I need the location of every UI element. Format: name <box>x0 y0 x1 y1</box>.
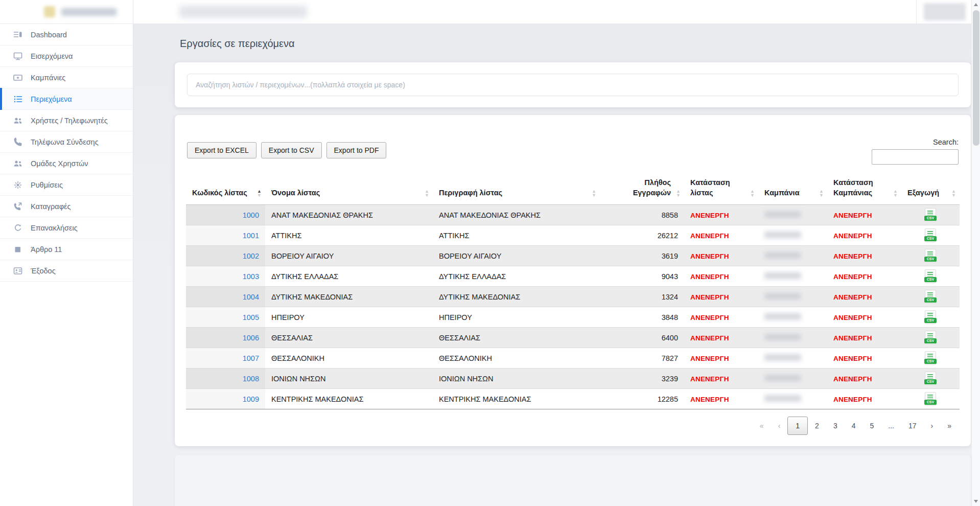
list-code-cell: 1000 <box>186 205 265 225</box>
list-name-cell: ΑΤΤΙΚΗΣ <box>265 225 433 246</box>
lists-table: Κωδικός λίστας▲▼Όνομα λίστας▲▼Περιγραφή … <box>186 174 960 409</box>
campaign-name-redacted <box>764 313 801 320</box>
campaign-status-cell: ΑΝΕΝΕΡΓΗ <box>827 246 901 266</box>
column-header-6[interactable]: Κατάσταση Καμπάνιας▲▼ <box>827 174 901 205</box>
export-cell: CSV <box>901 328 960 348</box>
csv-file-icon[interactable]: CSV <box>925 249 936 263</box>
scrollbar-up-arrow-icon[interactable] <box>974 3 978 6</box>
campaign-cell <box>758 246 827 266</box>
page-button-1[interactable]: 1 <box>787 417 808 435</box>
call-log-icon <box>13 201 23 212</box>
column-header-1[interactable]: Όνομα λίστας▲▼ <box>265 174 433 205</box>
sidebar-item-τηλέφωνα-σύνδεσης[interactable]: Τηλέφωνα Σύνδεσης <box>0 131 133 153</box>
brand-logo-text-redacted <box>61 8 116 16</box>
lists-filter-input[interactable] <box>187 74 959 96</box>
campaign-status-cell: ΑΝΕΝΕΡΓΗ <box>827 389 901 409</box>
sidebar-item-label: Άρθρο 11 <box>31 245 62 254</box>
phone-icon <box>13 137 23 147</box>
topbar <box>133 0 980 24</box>
filter-card <box>175 62 971 107</box>
campaign-status-cell: ΑΝΕΝΕΡΓΗ <box>827 328 901 348</box>
list-code-cell: 1006 <box>186 328 265 348</box>
sidebar-item-dashboard[interactable]: Dashboard <box>0 24 133 45</box>
sidebar-item-επανακλήσεις[interactable]: Επανακλήσεις <box>0 217 133 239</box>
csv-file-icon[interactable]: CSV <box>925 392 936 406</box>
sidebar-item-περιεχόμενα[interactable]: Περιεχόμενα <box>0 88 133 110</box>
user-badge-redacted[interactable] <box>924 3 966 20</box>
csv-file-icon[interactable]: CSV <box>925 290 936 304</box>
csv-file-icon[interactable]: CSV <box>925 208 936 222</box>
page-button-5[interactable]: 5 <box>862 417 881 434</box>
export-excel-button[interactable]: Export to EXCEL <box>187 142 256 158</box>
sidebar-item-ρυθμίσεις[interactable]: Ρυθμίσεις <box>0 174 133 196</box>
export-csv-button[interactable]: Export to CSV <box>261 142 322 158</box>
campaign-name-redacted <box>764 354 801 361</box>
page-button-4[interactable]: 4 <box>845 417 863 434</box>
sort-arrows-icon: ▲▼ <box>676 189 681 197</box>
campaign-cell <box>758 287 827 307</box>
square-icon <box>13 244 23 255</box>
list-code-link[interactable]: 1008 <box>243 375 259 383</box>
page-button-3[interactable]: 3 <box>826 417 845 434</box>
table-search-label: Search: <box>933 138 959 146</box>
csv-file-icon[interactable]: CSV <box>925 269 936 283</box>
column-header-0[interactable]: Κωδικός λίστας▲▼ <box>186 174 265 205</box>
campaign-name-redacted <box>764 252 801 259</box>
csv-file-icon[interactable]: CSV <box>925 310 936 324</box>
list-status-badge: ΑΝΕΝΕΡΓΗ <box>690 273 729 281</box>
page-button-...: ... <box>881 417 901 434</box>
brand-logo[interactable] <box>0 0 133 24</box>
sidebar-item-ομάδες-χρηστών[interactable]: Ομάδες Χρηστών <box>0 153 133 174</box>
csv-file-icon[interactable]: CSV <box>925 351 936 365</box>
list-code-cell: 1007 <box>186 348 265 369</box>
page-button-»[interactable]: » <box>940 417 959 434</box>
table-search-input[interactable] <box>872 149 959 165</box>
list-code-link[interactable]: 1005 <box>243 313 259 321</box>
list-code-link[interactable]: 1007 <box>243 354 259 362</box>
sidebar-item-label: Dashboard <box>31 31 67 39</box>
sidebar-item-label: Επανακλήσεις <box>31 224 78 232</box>
campaign-status-badge: ΑΝΕΝΕΡΓΗ <box>833 212 872 219</box>
column-header-5[interactable]: Καμπάνια▲▼ <box>758 174 827 205</box>
column-header-2[interactable]: Περιγραφή λίστας▲▼ <box>433 174 600 205</box>
list-code-link[interactable]: 1000 <box>243 211 259 219</box>
page-button-›[interactable]: › <box>924 417 941 434</box>
list-code-link[interactable]: 1004 <box>243 293 259 301</box>
column-header-4[interactable]: Κατάσταση λίστας▲▼ <box>684 174 758 205</box>
list-code-link[interactable]: 1006 <box>243 334 259 342</box>
column-header-7[interactable]: Εξαγωγή▲▼ <box>901 174 960 205</box>
export-pdf-button[interactable]: Export to PDF <box>326 142 387 158</box>
column-header-label: Πλήθος Εγγραφών <box>633 178 671 197</box>
list-code-cell: 1008 <box>186 369 265 389</box>
sidebar-item-έξοδος[interactable]: Έξοδος <box>0 260 133 282</box>
sidebar-item-άρθρο-11[interactable]: Άρθρο 11 <box>0 239 133 260</box>
scrollbar-thumb[interactable] <box>973 10 979 146</box>
page-button-2[interactable]: 2 <box>808 417 826 434</box>
list-code-link[interactable]: 1001 <box>243 232 259 240</box>
list-description-cell: ΗΠΕΙΡΟΥ <box>433 307 600 328</box>
list-code-link[interactable]: 1003 <box>243 272 259 281</box>
sidebar-item-καταγραφές[interactable]: Καταγραφές <box>0 196 133 217</box>
list-code-link[interactable]: 1002 <box>243 252 259 260</box>
list-code-link[interactable]: 1009 <box>243 395 259 403</box>
csv-file-icon[interactable]: CSV <box>925 331 936 344</box>
campaign-status-cell: ΑΝΕΝΕΡΓΗ <box>827 348 901 369</box>
csv-file-icon[interactable]: CSV <box>925 372 936 385</box>
secondary-panel <box>175 455 971 506</box>
campaign-name-redacted <box>764 232 801 238</box>
sidebar-item-εισερχόμενα[interactable]: Εισερχόμενα <box>0 45 133 67</box>
pagination: «‹12345...17›» <box>187 417 959 435</box>
list-name-cell: ΔΥΤΙΚΗΣ ΜΑΚΕΔΟΝΙΑΣ <box>265 287 433 307</box>
csv-file-icon[interactable]: CSV <box>925 228 936 242</box>
topbar-user-area <box>916 0 980 24</box>
campaign-status-badge: ΑΝΕΝΕΡΓΗ <box>833 334 872 342</box>
sidebar-item-καμπάνιες[interactable]: Καμπάνιες <box>0 67 133 88</box>
page-button-17[interactable]: 17 <box>901 417 924 434</box>
scrollbar-down-arrow-icon[interactable] <box>974 500 978 503</box>
page-scrollbar[interactable] <box>971 0 980 506</box>
campaign-status-cell: ΑΝΕΝΕΡΓΗ <box>827 266 901 287</box>
column-header-3[interactable]: Πλήθος Εγγραφών▲▼ <box>600 174 684 205</box>
record-count-cell: 26212 <box>600 225 684 246</box>
sidebar-item-χρήστες-τηλεφωνητές[interactable]: Χρήστες / Τηλεφωνητές <box>0 110 133 131</box>
campaign-status-badge: ΑΝΕΝΕΡΓΗ <box>833 273 872 281</box>
